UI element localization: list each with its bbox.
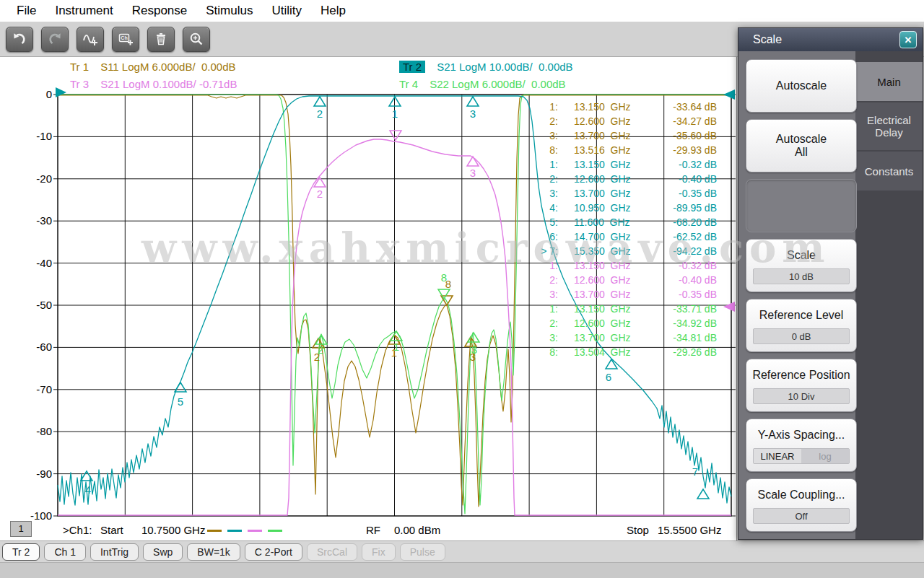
- autoscale-button[interactable]: Autoscale: [746, 59, 857, 113]
- channel-number-tab[interactable]: 1: [10, 521, 32, 537]
- redo-button[interactable]: [41, 27, 69, 52]
- statusbar-inttrig-button[interactable]: IntTrig: [90, 543, 139, 561]
- marker-value: -68.20 dB: [666, 215, 718, 229]
- marker-value: -35.60 dB: [666, 128, 718, 143]
- marker-frequency: 10.950 GHz: [558, 201, 666, 215]
- marker-2-teal: [314, 97, 326, 106]
- rf-power-value[interactable]: 0.00 dBm: [394, 524, 440, 536]
- y-axis-spacing-toggle[interactable]: LINEARlog: [753, 448, 850, 464]
- tab-constants[interactable]: Constants: [855, 152, 923, 191]
- marker-number: 4:: [533, 201, 558, 215]
- rf-power-label: RF: [366, 524, 380, 536]
- y-tick-label: -10: [0, 129, 52, 144]
- autoscale-label: Autoscale: [776, 79, 827, 92]
- trace-dash-magenta: [248, 530, 262, 532]
- stop-freq-label: Stop: [627, 524, 649, 536]
- marker-number: 3:: [533, 186, 558, 201]
- trace-format: S21 LogM 0.100dB/ -0.71dB: [100, 78, 237, 90]
- scale-coupling-button[interactable]: Scale Coupling...Off: [746, 478, 857, 532]
- reference-level-button[interactable]: Reference Level0 dB: [746, 299, 857, 352]
- stop-freq-value[interactable]: 15.5500 GHz: [658, 524, 721, 536]
- menu-item-instrument[interactable]: Instrument: [45, 1, 122, 21]
- y-tick-label: -30: [0, 214, 52, 228]
- marker-label-5-teal: 5: [178, 395, 183, 408]
- start-freq-value[interactable]: 10.7500 GHz: [141, 524, 205, 536]
- marker-table-row: 1:13.150 GHz-33.71 dB: [533, 302, 718, 316]
- scale-label: Scale: [787, 249, 816, 262]
- marker-value: -0.32 dB: [666, 157, 718, 172]
- marker-number: 5:: [533, 215, 558, 229]
- marker-6-teal: [606, 359, 617, 369]
- marker-frequency: 13.700 GHz: [558, 128, 666, 143]
- trace-label-tr4[interactable]: Tr 4S22 LogM 6.000dB/ 0.00dB: [399, 78, 566, 90]
- trace-id: Tr 1: [70, 61, 89, 73]
- marker-table-row: 3:13.700 GHz-35.60 dB: [533, 128, 718, 143]
- marker-value: -0.32 dB: [666, 258, 718, 273]
- marker-number: 3:: [533, 330, 558, 345]
- y-axis-spacing-option-linear[interactable]: LINEAR: [754, 449, 801, 463]
- statusbar-srccal-button: SrcCal: [307, 543, 357, 561]
- reference-level-value[interactable]: 0 dB: [753, 328, 850, 344]
- statusbar-tr2-button[interactable]: Tr 2: [2, 543, 40, 561]
- marker-frequency: 12.600 GHz: [558, 172, 666, 186]
- add-trace-button[interactable]: [77, 27, 104, 52]
- bottom-strip: [0, 562, 924, 578]
- marker-label-8-green: 8: [441, 271, 447, 284]
- scale-coupling-value[interactable]: Off: [753, 508, 850, 524]
- y-tick-label: -90: [0, 467, 52, 481]
- tab-electrical-delay[interactable]: Electrical Delay: [855, 102, 923, 150]
- marker-table-row: 2:12.600 GHz-0.40 dB: [533, 172, 718, 186]
- y-tick-label: -40: [0, 256, 52, 271]
- marker-number: 2:: [533, 172, 558, 186]
- y-axis-spacing-option-log[interactable]: log: [801, 449, 849, 463]
- ref-arrow-teal-right: [723, 89, 735, 100]
- reference-position-value[interactable]: 10 Div: [753, 388, 850, 404]
- tab-main[interactable]: Main: [855, 62, 923, 101]
- scale-value[interactable]: 10 dB: [753, 268, 850, 284]
- marker-frequency: 14.700 GHz: [558, 229, 666, 244]
- marker-frequency: 13.700 GHz: [558, 186, 666, 201]
- marker-label-6-teal: 6: [606, 371, 611, 383]
- reference-position-button[interactable]: Reference Position10 Div: [746, 359, 857, 412]
- trace-label-tr3[interactable]: Tr 3S21 LogM 0.100dB/ -0.71dB: [70, 78, 237, 90]
- menu-item-stimulus[interactable]: Stimulus: [196, 1, 262, 21]
- marker-label-1-green: 1: [393, 341, 399, 353]
- delete-icon: [153, 31, 169, 47]
- marker-frequency: 13.150 GHz: [558, 157, 666, 172]
- statusbar-ch1-button[interactable]: Ch 1: [44, 543, 86, 561]
- statusbar-swp-button[interactable]: Swp: [143, 543, 183, 561]
- marker-table-row: 4:10.950 GHz-89.95 dB: [533, 201, 718, 215]
- trace-color-legend-dashes: [207, 530, 282, 532]
- delete-button[interactable]: [147, 27, 175, 52]
- menu-item-utility[interactable]: Utility: [262, 1, 311, 21]
- menu-item-file[interactable]: File: [7, 1, 45, 21]
- autoscale-all-button[interactable]: Autoscale All: [746, 119, 857, 172]
- statusbar-bw1k-button[interactable]: BW=1k: [187, 543, 240, 561]
- scale-button[interactable]: Scale10 dB: [746, 239, 857, 292]
- trace-label-tr2[interactable]: Tr 2S21 LogM 10.00dB/ 0.00dB: [399, 61, 573, 73]
- statusbar-fix-button: Fix: [362, 543, 396, 561]
- y-axis-spacing-button[interactable]: Y-Axis Spacing...LINEARlog: [746, 419, 857, 472]
- marker-frequency: 13.700 GHz: [558, 330, 666, 345]
- marker-table-row: 8:13.504 GHz-29.26 dB: [533, 345, 718, 359]
- marker-number: 2:: [533, 273, 558, 287]
- undo-icon: [12, 31, 27, 47]
- add-channel-button[interactable]: Ch: [112, 27, 139, 52]
- trace-id: Tr 2: [399, 61, 425, 73]
- scale-dialog-titlebar[interactable]: Scale ✕: [738, 28, 923, 51]
- close-icon[interactable]: ✕: [899, 31, 917, 48]
- marker-frequency: 13.700 GHz: [558, 287, 666, 302]
- trace-label-tr1[interactable]: Tr 1S11 LogM 6.000dB/ 0.00dB: [70, 61, 236, 73]
- menu-item-help[interactable]: Help: [311, 1, 355, 21]
- marker-number: 1:: [533, 258, 558, 273]
- undo-button[interactable]: [6, 27, 33, 52]
- marker-number: 2:: [533, 114, 558, 128]
- ref-arrow-magenta-right: [723, 302, 735, 312]
- menu-item-response[interactable]: Response: [123, 1, 197, 21]
- y-axis-spacing-label: Y-Axis Spacing...: [758, 429, 845, 442]
- zoom-button[interactable]: [183, 27, 210, 52]
- marker-frequency: 13.150 GHz: [558, 258, 666, 273]
- statusbar-c2port-button[interactable]: C 2-Port: [245, 543, 302, 561]
- marker-frequency: 11.600 GHz: [558, 215, 666, 229]
- marker-value: -0.35 dB: [666, 186, 718, 201]
